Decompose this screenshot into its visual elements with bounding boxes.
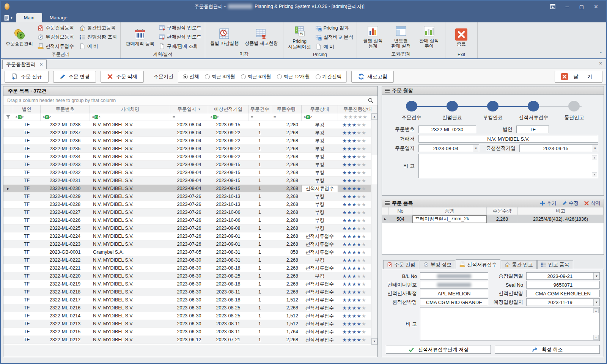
- order-date-select[interactable]: 2023-08-04▼: [418, 144, 479, 152]
- order-delete-button[interactable]: 주문 삭제: [101, 71, 144, 83]
- filter-count[interactable]: =: [248, 113, 271, 121]
- corp-field[interactable]: TF: [516, 126, 549, 133]
- eta-select[interactable]: 2023-11-19▼: [526, 298, 600, 306]
- item-name[interactable]: 프레미엄크런치_7mm_2k: [412, 215, 487, 223]
- tab-main[interactable]: Main: [16, 13, 42, 22]
- tab-shipping-docs[interactable]: 선적서류접수: [456, 259, 500, 269]
- item-row[interactable]: ▸ 504 프레미엄크런치_7mm_2k 2,268 2025/4/8(432)…: [382, 215, 604, 223]
- purchase-sales-inquiry-button[interactable]: 구매/판매 조회: [158, 42, 202, 51]
- order-confirm-reg-button[interactable]: 주문컨펌등록: [37, 24, 75, 32]
- filter-order-date[interactable]: =: [170, 113, 208, 121]
- column-header-count[interactable]: 주문건수: [248, 105, 271, 113]
- table-row[interactable]: TF 2322-ML-0221 N.V. MYDIBEL S.V. 2023-0…: [3, 264, 371, 272]
- scrollbar-track[interactable]: [371, 120, 377, 338]
- items-column-name[interactable]: 품명: [412, 207, 487, 215]
- stock-by-product-button[interactable]: 상품별 재고현황: [242, 27, 280, 47]
- column-header-corp[interactable]: 법인: [13, 105, 41, 113]
- maximize-button[interactable]: ▢: [575, 2, 588, 11]
- scroll-down-icon[interactable]: ▼: [592, 172, 597, 177]
- search-icon[interactable]: [368, 97, 374, 104]
- table-row[interactable]: TF 2322-ML-0238 N.V. MYDIBEL S.V. 2023-0…: [3, 121, 371, 129]
- scrollbar-thumb[interactable]: [372, 155, 377, 184]
- progress-inquiry-button[interactable]: 진행상황 조회: [79, 33, 118, 41]
- invoice-date-select[interactable]: 2023-09-21▼: [526, 272, 600, 280]
- scroll-up-button[interactable]: ▲: [371, 113, 377, 120]
- table-row[interactable]: TF 2322-ML-0231 N.V. MYDIBEL S.V. 2023-0…: [3, 177, 371, 185]
- table-row[interactable]: TF 2322-ML-0224 N.V. MYDIBEL S.V. 2023-0…: [3, 232, 371, 240]
- column-header-order-date[interactable]: 주문일자▼: [170, 105, 208, 113]
- radio-period-6m[interactable]: 최근 6개월: [241, 73, 271, 80]
- shipping-memo-field[interactable]: ▲▼: [420, 307, 600, 341]
- sales-trend-button[interactable]: 판매 실적 추이: [416, 24, 442, 50]
- table-row[interactable]: TF 2322-ML-0223 N.V. MYDIBEL S.V. 2023-0…: [3, 240, 371, 248]
- table-row[interactable]: TF 2322-ML-0219 N.V. MYDIBEL S.V. 2023-0…: [3, 280, 371, 288]
- monthly-closing-button[interactable]: 월별 마감실행: [208, 27, 241, 47]
- save-shipping-stage-button[interactable]: 선적서류접수단계 저장: [386, 345, 491, 354]
- cancel-confirm-button[interactable]: 확정 취소: [495, 345, 600, 354]
- tab-order-confirm[interactable]: 주문 컨펌: [383, 260, 419, 269]
- close-button[interactable]: ✕: [590, 2, 602, 11]
- panel-splitter[interactable]: [378, 86, 382, 357]
- order-mgmt-button[interactable]: 주문종합관리: [3, 27, 35, 47]
- filter-order-no[interactable]: aBc: [41, 113, 90, 121]
- column-header-customer[interactable]: 거래처명: [90, 105, 170, 113]
- exit-button[interactable]: 종료: [448, 28, 475, 48]
- pricing-simulation-button[interactable]: Pricing 시뮬레이션: [286, 25, 313, 50]
- items-column-qty[interactable]: 주문수량: [487, 207, 518, 215]
- document-tab[interactable]: 주문종합관리 ✕: [2, 60, 47, 69]
- customs-inbound-reg-button[interactable]: 통관입고등록: [79, 24, 118, 32]
- req-ship-select[interactable]: 2023-09-15▼: [519, 144, 598, 152]
- ledger-memo-field[interactable]: ▲▼: [418, 154, 598, 178]
- table-row[interactable]: TF 2322-ML-0220 N.V. MYDIBEL S.V. 2023-0…: [3, 272, 371, 280]
- table-row[interactable]: TF 2322-ML-0228 N.V. MYDIBEL S.V. 2023-0…: [3, 201, 371, 209]
- table-row[interactable]: TF 2322-ML-0229 N.V. MYDIBEL S.V. 2023-0…: [3, 193, 371, 201]
- carrier-field[interactable]: APL MERLION: [420, 290, 488, 297]
- scroll-up-icon[interactable]: ▲: [592, 155, 597, 160]
- scroll-down-button[interactable]: ▼: [371, 338, 377, 345]
- tabbar-close-button[interactable]: ✕: [599, 61, 602, 66]
- table-row[interactable]: TF 2322-ML-0234 N.V. MYDIBEL S.V. 2023-0…: [3, 153, 371, 161]
- filter-status[interactable]: aBc: [302, 113, 338, 121]
- refresh-button[interactable]: 새로고침: [351, 71, 394, 83]
- filter-ship-date[interactable]: aBc: [208, 113, 248, 121]
- transship-field[interactable]: CMA CGM RIO GRANDE: [420, 298, 488, 306]
- table-row[interactable]: TF 2322-ML-0227 N.V. MYDIBEL S.V. 2023-0…: [3, 209, 371, 217]
- table-row[interactable]: TF 2322-ML-0222 N.V. MYDIBEL S.V. 2023-0…: [3, 256, 371, 264]
- filter-qty[interactable]: =: [271, 113, 302, 121]
- table-row[interactable]: TF 2322-ML-0213 N.V. MYDIBEL S.V. 2023-0…: [3, 320, 371, 328]
- table-row[interactable]: ▸ TF 2322-ML-0230 N.V. MYDIBEL S.V. 2023…: [3, 185, 371, 193]
- table-row[interactable]: TF 2023-GB-0001 Gramybel S.A. 2023-07-05…: [3, 248, 371, 256]
- sales-actual-upload-button[interactable]: 판매실적 업로드: [158, 33, 202, 41]
- filter-corp[interactable]: aBc: [13, 113, 41, 121]
- purchase-actual-upload-button[interactable]: 구매실적 업로드: [158, 24, 202, 32]
- ribbon-collapse-button[interactable]: ⌃: [599, 51, 602, 56]
- item-add-button[interactable]: 추가: [540, 200, 557, 207]
- shipping-docs-button[interactable]: 선적서류접수: [37, 42, 75, 51]
- column-header-order-no[interactable]: 주문번호: [41, 105, 90, 113]
- pricing-result-button[interactable]: Pricing 결과: [315, 24, 354, 33]
- customer-field[interactable]: N.V. MYDIBEL S.V.: [418, 135, 598, 143]
- order-no-field[interactable]: 2322-ML-0230: [418, 126, 476, 133]
- table-row[interactable]: TF 2322-ML-0215 N.V. MYDIBEL S.V. 2023-0…: [3, 328, 371, 336]
- table-row[interactable]: TF 2322-ML-0214 N.V. MYDIBEL S.V. 2023-0…: [3, 312, 371, 320]
- item-delete-button[interactable]: 삭제: [584, 200, 601, 207]
- table-row[interactable]: TF 2322-ML-0232 N.V. MYDIBEL S.V. 2023-0…: [3, 169, 371, 177]
- order-edit-button[interactable]: 주문 변경: [53, 71, 96, 83]
- vessel-field[interactable]: CMA CGM KERGUELEN: [526, 290, 600, 297]
- bl-no-field[interactable]: [420, 272, 488, 280]
- table-row[interactable]: TF 2322-ML-0216 N.V. MYDIBEL S.V. 2023-0…: [3, 304, 371, 312]
- radio-period-all[interactable]: 전체: [183, 73, 199, 80]
- actual-compare-button[interactable]: 실적비교 분석: [315, 33, 354, 42]
- yearly-sales-button[interactable]: 년도별 판매 실적: [388, 24, 414, 50]
- group-by-bar[interactable]: Drag a column header here to group by th…: [3, 96, 377, 105]
- monthly-stats-button[interactable]: 월별 실적 통계: [360, 24, 386, 50]
- table-row[interactable]: TF 2322-ML-0233 N.V. MYDIBEL S.V. 2023-0…: [3, 161, 371, 169]
- table-row[interactable]: TF 2322-ML-0217 N.V. MYDIBEL S.V. 2023-0…: [3, 296, 371, 304]
- table-row[interactable]: TF 2322-ML-0237 N.V. MYDIBEL S.V. 2023-0…: [3, 129, 371, 137]
- table-row[interactable]: TF 2322-ML-0235 N.V. MYDIBEL S.V. 2023-0…: [3, 145, 371, 153]
- booking-info-reg-button[interactable]: 부킹정보등록: [37, 33, 75, 41]
- table-row[interactable]: TF 2322-ML-0218 N.V. MYDIBEL S.V. 2023-0…: [3, 288, 371, 296]
- table-row[interactable]: TF 2322-ML-0226 N.V. MYDIBEL S.V. 2023-0…: [3, 217, 371, 224]
- items-column-note[interactable]: 비고: [518, 207, 604, 215]
- table-row[interactable]: TF 2322-ML-0236 N.V. MYDIBEL S.V. 2023-0…: [3, 137, 371, 145]
